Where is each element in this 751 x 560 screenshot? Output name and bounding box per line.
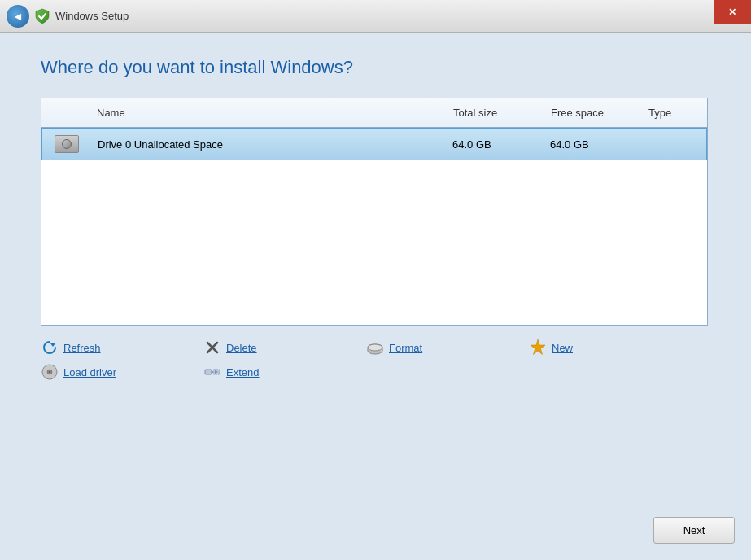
- page-title: Where do you want to install Windows?: [41, 57, 710, 78]
- svg-point-9: [49, 371, 50, 373]
- col-header-icon: [41, 103, 90, 122]
- col-header-type: Type: [642, 103, 707, 122]
- window-title: Windows Setup: [55, 10, 129, 22]
- table-header: Name Total size Free space Type: [41, 98, 707, 128]
- col-header-total-size: Total size: [447, 103, 544, 122]
- actions-bar: Refresh Delete Format: [41, 339, 708, 381]
- load-driver-label: Load driver: [63, 366, 116, 378]
- refresh-icon: [41, 339, 59, 357]
- col-header-free-space: Free space: [544, 103, 642, 122]
- close-button[interactable]: ✕: [714, 0, 751, 24]
- delete-button[interactable]: Delete: [203, 339, 366, 357]
- drive-type: [641, 141, 706, 147]
- hdd-icon: [55, 135, 79, 153]
- svg-rect-10: [205, 370, 212, 374]
- drive-icon-cell: [42, 132, 91, 156]
- extend-button[interactable]: Extend: [203, 363, 366, 381]
- new-label: New: [552, 342, 573, 354]
- refresh-button[interactable]: Refresh: [41, 339, 203, 357]
- format-button[interactable]: Format: [366, 339, 529, 357]
- svg-point-5: [368, 344, 382, 351]
- drive-table: Name Total size Free space Type Drive 0 …: [41, 98, 708, 326]
- format-icon: [366, 339, 384, 357]
- extend-label: Extend: [226, 366, 259, 378]
- footer: Next: [653, 517, 735, 544]
- windows-setup-icon: [34, 8, 50, 24]
- table-row[interactable]: Drive 0 Unallocated Space 64.0 GB 64.0 G…: [41, 128, 707, 160]
- svg-marker-0: [50, 343, 55, 347]
- back-button[interactable]: ◄: [7, 5, 29, 28]
- main-content: Where do you want to install Windows? Na…: [0, 33, 751, 405]
- load-driver-button[interactable]: Load driver: [41, 363, 203, 381]
- delete-icon: [203, 339, 221, 357]
- drive-name: Drive 0 Unallocated Space: [91, 135, 446, 154]
- format-label: Format: [389, 342, 422, 354]
- close-icon: ✕: [728, 7, 736, 18]
- svg-marker-6: [531, 339, 545, 355]
- refresh-label: Refresh: [63, 342, 101, 354]
- title-bar: ◄ Windows Setup ✕: [0, 0, 751, 33]
- new-button[interactable]: New: [529, 339, 692, 357]
- drive-free-space: 64.0 GB: [544, 135, 641, 154]
- col-header-name: Name: [90, 103, 447, 122]
- next-button[interactable]: Next: [653, 517, 735, 544]
- new-icon: [529, 339, 547, 357]
- back-icon: ◄: [12, 10, 24, 23]
- load-driver-icon: [41, 363, 59, 381]
- next-label: Next: [683, 524, 705, 536]
- extend-icon: [203, 363, 221, 381]
- delete-label: Delete: [226, 342, 257, 354]
- drive-total-size: 64.0 GB: [446, 135, 544, 154]
- table-empty-area: [41, 160, 707, 323]
